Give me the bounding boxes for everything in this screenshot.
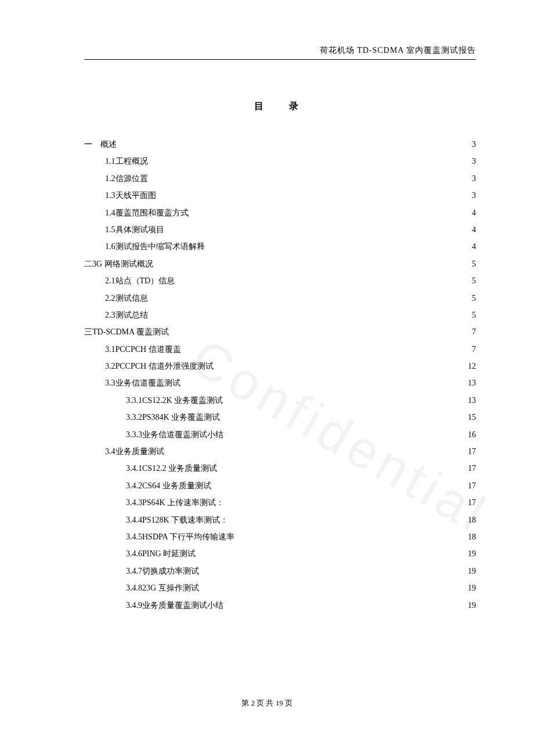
toc-entry-number: 3.3.3 [126, 426, 142, 443]
toc-entry-label: 3G 网络测试概况 [92, 255, 153, 272]
toc-entry-number: 一 [84, 136, 92, 153]
toc-entry-number: 1.3 [105, 187, 116, 204]
toc-entry-number: 3.4.3 [126, 494, 142, 511]
toc-entry-page: 7 [472, 323, 476, 340]
toc-entry-page: 15 [468, 409, 476, 426]
toc-entry-number: 二 [84, 255, 92, 272]
toc-entry[interactable]: 3.3.1 CS12.2K 业务覆盖测试13 [84, 392, 476, 409]
toc-entry-label: 覆盖范围和覆盖方式 [116, 204, 189, 221]
toc-entry[interactable]: 3.4.6 PING 时延测试19 [84, 545, 476, 562]
toc-entry-number: 3.4.7 [126, 563, 142, 579]
toc-entry-page: 4 [472, 238, 476, 255]
toc-entry-page: 19 [468, 597, 476, 614]
toc-entry[interactable]: 3.4.8 23G 互操作测试19 [84, 579, 476, 596]
toc-entry-label: PCCPCH 信道外泄强度测试 [116, 358, 214, 375]
toc-entry[interactable]: 1.1 工程概况3 [84, 153, 476, 170]
toc-entry-label: 测试信息 [116, 290, 148, 307]
toc-entry-label: CS12.2K 业务覆盖测试 [142, 392, 223, 409]
toc-entry-label: HSDPA 下行平均传输速率 [142, 528, 234, 545]
toc-entry[interactable]: 3.4.9 业务质量覆盖测试小结19 [84, 597, 476, 614]
toc-entry-number: 3.4.8 [126, 579, 142, 596]
toc-entry-page: 18 [468, 528, 476, 545]
toc-entry[interactable]: 3.3 业务信道覆盖测试13 [84, 375, 476, 391]
toc-entry-page: 7 [472, 341, 476, 358]
toc-entry-number: 3.1 [105, 341, 116, 358]
toc-entry-label: 23G 互操作测试 [142, 579, 199, 596]
running-header: 荷花机场 TD-SCDMA 室内覆盖测试报告 [84, 45, 476, 56]
toc-entry-page: 3 [472, 136, 476, 153]
toc-entry-page: 16 [468, 426, 476, 443]
toc-entry-number: 3.2 [105, 358, 116, 375]
toc-entry-page: 3 [472, 153, 476, 170]
toc-entry-label: PS64K 上传速率测试： [142, 494, 224, 511]
toc-entry[interactable]: 3.4.7 切换成功率测试19 [84, 563, 476, 579]
toc-entry-label: 业务信道覆盖测试 [116, 375, 181, 391]
toc-entry[interactable]: 3.3.2 PS384K 业务覆盖测试 15 [84, 409, 476, 426]
toc-entry-number: 3.4.5 [126, 528, 142, 545]
toc-entry-page: 3 [472, 187, 476, 204]
toc-entry-page: 17 [468, 494, 476, 511]
toc-entry[interactable]: 1.5 具体测试项目4 [84, 221, 476, 238]
toc-entry-number: 1.6 [105, 238, 116, 255]
toc-entry[interactable]: 3.2 PCCPCH 信道外泄强度测试 12 [84, 358, 476, 375]
toc-entry-number: 3.4.4 [126, 512, 142, 528]
toc-entry[interactable]: 1.2 信源位置3 [84, 170, 476, 187]
toc-entry[interactable]: 一 概述3 [84, 136, 476, 153]
toc-entry-label: 工程概况 [116, 153, 148, 170]
toc-entry[interactable]: 2.2 测试信息5 [84, 290, 476, 307]
toc-entry-label: 站点（TD）信息 [116, 272, 175, 289]
toc-entry[interactable]: 3.4.3 PS64K 上传速率测试：17 [84, 494, 476, 511]
toc-entry-page: 12 [468, 358, 476, 375]
toc-entry-label: 业务质量覆盖测试小结 [142, 597, 223, 614]
toc-entry-page: 5 [472, 272, 476, 289]
toc-entry[interactable]: 1.4 覆盖范围和覆盖方式4 [84, 204, 476, 221]
page-content: 荷花机场 TD-SCDMA 室内覆盖测试报告 目 录 一 概述31.1 工程概况… [84, 45, 476, 614]
toc-entry-label: 业务信道覆盖测试小结 [142, 426, 223, 443]
toc-entry-label: 具体测试项目 [116, 221, 164, 238]
toc-entry-page: 19 [468, 579, 476, 596]
toc-entry[interactable]: 3.4.1 CS12.2 业务质量测试17 [84, 460, 476, 477]
toc-entry-page: 13 [468, 392, 476, 409]
toc-entry-page: 5 [472, 307, 476, 323]
toc-entry[interactable]: 三 TD-SCDMA 覆盖测试7 [84, 323, 476, 340]
toc-entry-number: 三 [84, 323, 92, 340]
toc-entry-label: PCCPCH 信道覆盖 [116, 341, 181, 358]
toc-entry-number: 3.3 [105, 375, 116, 391]
toc-entry[interactable]: 1.3 天线平面图3 [84, 187, 476, 204]
toc-entry[interactable]: 3.4 业务质量测试17 [84, 443, 476, 460]
toc-entry[interactable]: 2.3 测试总结5 [84, 307, 476, 323]
toc-entry-label: 天线平面图 [116, 187, 156, 204]
toc-entry[interactable]: 1.6 测试报告中缩写术语解释4 [84, 238, 476, 255]
page-footer: 第 2 页 共 19 页 [0, 698, 534, 708]
toc-entry-label: PING 时延测试 [142, 545, 196, 562]
toc-entry-page: 4 [472, 204, 476, 221]
toc-entry-page: 17 [468, 477, 476, 494]
toc-entry-page: 13 [468, 375, 476, 391]
table-of-contents: 一 概述31.1 工程概况31.2 信源位置31.3 天线平面图31.4 覆盖范… [84, 136, 476, 614]
toc-entry[interactable]: 3.4.2 CS64 业务质量测试17 [84, 477, 476, 494]
toc-entry[interactable]: 3.4.5 HSDPA 下行平均传输速率 18 [84, 528, 476, 545]
toc-entry-label: 测试总结 [116, 307, 148, 323]
toc-entry-page: 18 [468, 512, 476, 528]
toc-entry-number: 1.5 [105, 221, 116, 238]
toc-entry-page: 5 [472, 255, 476, 272]
toc-entry-label: 信源位置 [116, 170, 148, 187]
toc-entry[interactable]: 二 3G 网络测试概况5 [84, 255, 476, 272]
toc-entry-label: 测试报告中缩写术语解释 [116, 238, 205, 255]
toc-entry-label: 业务质量测试 [116, 443, 164, 460]
toc-entry-number: 3.3.1 [126, 392, 142, 409]
toc-entry-label: PS384K 业务覆盖测试 [142, 409, 220, 426]
toc-entry[interactable]: 3.1 PCCPCH 信道覆盖 7 [84, 341, 476, 358]
toc-entry-number: 3.3.2 [126, 409, 142, 426]
toc-entry-number: 1.4 [105, 204, 116, 221]
toc-entry-label: 概述 [92, 136, 117, 153]
toc-entry-label: TD-SCDMA 覆盖测试 [92, 323, 169, 340]
toc-entry[interactable]: 3.4.4 PS128K 下载速率测试： 18 [84, 512, 476, 528]
toc-entry-number: 1.2 [105, 170, 116, 187]
toc-entry[interactable]: 3.3.3 业务信道覆盖测试小结16 [84, 426, 476, 443]
toc-entry-number: 2.1 [105, 272, 116, 289]
toc-entry-page: 3 [472, 170, 476, 187]
toc-entry-page: 19 [468, 545, 476, 562]
toc-entry[interactable]: 2.1 站点（TD）信息 5 [84, 272, 476, 289]
toc-entry-page: 17 [468, 443, 476, 460]
